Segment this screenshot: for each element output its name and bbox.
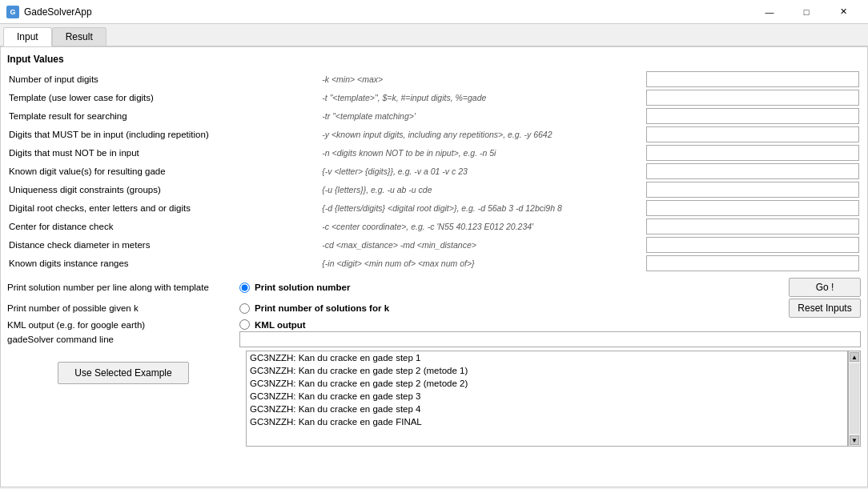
field-label-8: Center for distance check <box>7 218 320 235</box>
radio-print-solution-label: Print solution number <box>255 283 350 292</box>
form-table: Number of input digits -k <min> <max> Te… <box>7 70 861 273</box>
use-selected-example-button[interactable]: Use Selected Example <box>58 362 188 384</box>
scrollbar[interactable]: ▲ ▼ <box>848 351 861 447</box>
field-input-5[interactable] <box>646 163 859 179</box>
scroll-up-button[interactable]: ▲ <box>850 352 859 362</box>
table-row: Uniqueness digit constraints (groups) {-… <box>7 181 861 198</box>
field-hint-5: {-v <letter> {digits}}, e.g. -v a 01 -v … <box>320 162 645 180</box>
print-solution-label: Print solution number per line along wit… <box>7 283 239 292</box>
title-bar-left: G GadeSolverApp <box>6 6 92 18</box>
field-label-1: Template (use lower case for digits) <box>7 89 320 106</box>
field-input-6[interactable] <box>646 182 859 198</box>
field-hint-4: -n <digits known NOT to be in niput>, e.… <box>320 144 645 162</box>
close-button[interactable]: ✕ <box>825 0 862 24</box>
radio-print-k-input[interactable] <box>239 303 250 314</box>
gade-label: gadeSolver command line <box>7 335 239 344</box>
field-label-3: Digits that MUST be in input (including … <box>7 126 320 143</box>
field-input-9[interactable] <box>646 237 859 253</box>
table-row: Distance check diameter in meters -cd <m… <box>7 236 861 254</box>
example-item[interactable]: GC3NZZH: Kan du cracke en gade step 2 (m… <box>247 377 847 390</box>
table-row: Center for distance check -c <center coo… <box>7 218 861 235</box>
field-label-5: Known digit value(s) for resulting gade <box>7 162 320 180</box>
example-section: Use Selected Example GC3NZZH: Kan du cra… <box>7 351 861 447</box>
example-item[interactable]: GC3NZZH: Kan du cracke en gade FINAL <box>247 415 847 428</box>
print-solution-radio-group: Print solution number <box>239 283 701 293</box>
field-label-9: Distance check diameter in meters <box>7 236 320 254</box>
kml-row: KML output (e.g. for google earth) KML o… <box>7 319 861 330</box>
field-label-4: Digits that must NOT be in input <box>7 144 320 162</box>
options-section: Print solution number per line along wit… <box>7 278 861 347</box>
table-row: Digits that must NOT be in input -n <dig… <box>7 144 861 162</box>
table-row: Known digit value(s) for resulting gade … <box>7 162 861 180</box>
field-hint-10: {-in <digit> <min num of> <max num of>} <box>320 255 645 272</box>
table-row: Digits that MUST be in input (including … <box>7 126 861 143</box>
field-hint-8: -c <center coordinate>, e.g. -c 'N55 40.… <box>320 218 645 235</box>
example-list-area: GC3NZZH: Kan du cracke en gade step 1GC3… <box>246 351 861 447</box>
print-k-label: Print number of possible given k <box>7 303 239 313</box>
field-input-10[interactable] <box>646 255 859 271</box>
kml-radio-group: KML output <box>239 319 701 330</box>
field-hint-2: -tr "<template matching>' <box>320 107 645 125</box>
table-row: Digital root checks, enter letters and o… <box>7 199 861 217</box>
radio-print-solution[interactable]: Print solution number <box>239 283 701 293</box>
field-input-7[interactable] <box>646 200 859 216</box>
section-title: Input Values <box>7 54 861 65</box>
field-label-2: Template result for searching <box>7 107 320 125</box>
field-hint-3: -y <known input digits, including any re… <box>320 126 645 143</box>
field-hint-6: {-u {letters}}, e.g. -u ab -u cde <box>320 181 645 198</box>
field-label-0: Number of input digits <box>7 70 320 88</box>
go-btn-area: Go ! <box>701 278 861 297</box>
field-hint-0: -k <min> <max> <box>320 70 645 88</box>
example-item[interactable]: GC3NZZH: Kan du cracke en gade step 2 (m… <box>247 364 847 377</box>
maximize-button[interactable]: □ <box>788 0 825 24</box>
field-hint-1: -t "<template>", $=k, #=input digits, %=… <box>320 89 645 106</box>
minimize-button[interactable]: — <box>751 0 788 24</box>
app-title: GadeSolverApp <box>24 6 92 18</box>
window-controls: — □ ✕ <box>751 0 862 24</box>
tab-input[interactable]: Input <box>3 27 52 46</box>
field-label-6: Uniqueness digit constraints (groups) <box>7 181 320 198</box>
app-icon: G <box>6 6 19 18</box>
gade-row: gadeSolver command line <box>7 331 861 347</box>
reset-btn-area: Reset Inputs <box>701 299 861 318</box>
field-hint-9: -cd <max_distance> -md <min_distance> <box>320 236 645 254</box>
field-hint-7: {-d {letters/digits} <digital root digit… <box>320 199 645 217</box>
example-item[interactable]: GC3NZZH: Kan du cracke en gade step 3 <box>247 390 847 403</box>
gade-input[interactable] <box>239 331 861 347</box>
table-row: Known digits instance ranges {-in <digit… <box>7 255 861 272</box>
tab-result[interactable]: Result <box>52 27 106 46</box>
radio-print-k[interactable]: Print number of solutions for k <box>239 303 701 314</box>
example-left: Use Selected Example <box>7 351 239 384</box>
title-bar: G GadeSolverApp — □ ✕ <box>0 0 868 24</box>
kml-label: KML output (e.g. for google earth) <box>7 320 239 330</box>
field-label-10: Known digits instance ranges <box>7 255 320 272</box>
tab-bar: Input Result <box>0 24 868 46</box>
field-input-3[interactable] <box>646 126 859 142</box>
table-row: Number of input digits -k <min> <max> <box>7 70 861 88</box>
radio-print-solution-input[interactable] <box>239 283 250 293</box>
radio-print-k-label: Print number of solutions for k <box>255 303 389 313</box>
print-k-row: Print number of possible given k Print n… <box>7 299 861 318</box>
print-k-radio-group: Print number of solutions for k <box>239 303 701 314</box>
radio-kml-label: KML output <box>255 320 306 330</box>
field-input-0[interactable] <box>646 71 859 87</box>
main-content: Input Values Number of input digits -k <… <box>0 46 868 487</box>
example-list[interactable]: GC3NZZH: Kan du cracke en gade step 1GC3… <box>246 351 848 447</box>
scroll-track <box>850 363 859 434</box>
example-item[interactable]: GC3NZZH: Kan du cracke en gade step 1 <box>247 351 847 364</box>
field-input-2[interactable] <box>646 108 859 124</box>
table-row: Template (use lower case for digits) -t … <box>7 89 861 106</box>
field-input-4[interactable] <box>646 145 859 161</box>
example-item[interactable]: GC3NZZH: Kan du cracke en gade step 4 <box>247 403 847 415</box>
table-row: Template result for searching -tr "<temp… <box>7 107 861 125</box>
scroll-down-button[interactable]: ▼ <box>850 435 859 445</box>
radio-kml[interactable]: KML output <box>239 319 701 330</box>
go-button[interactable]: Go ! <box>789 278 861 297</box>
reset-button[interactable]: Reset Inputs <box>789 299 861 318</box>
field-input-1[interactable] <box>646 90 859 106</box>
field-input-8[interactable] <box>646 218 859 234</box>
print-solution-row: Print solution number per line along wit… <box>7 278 861 297</box>
radio-kml-input[interactable] <box>239 319 250 330</box>
field-label-7: Digital root checks, enter letters and o… <box>7 199 320 217</box>
